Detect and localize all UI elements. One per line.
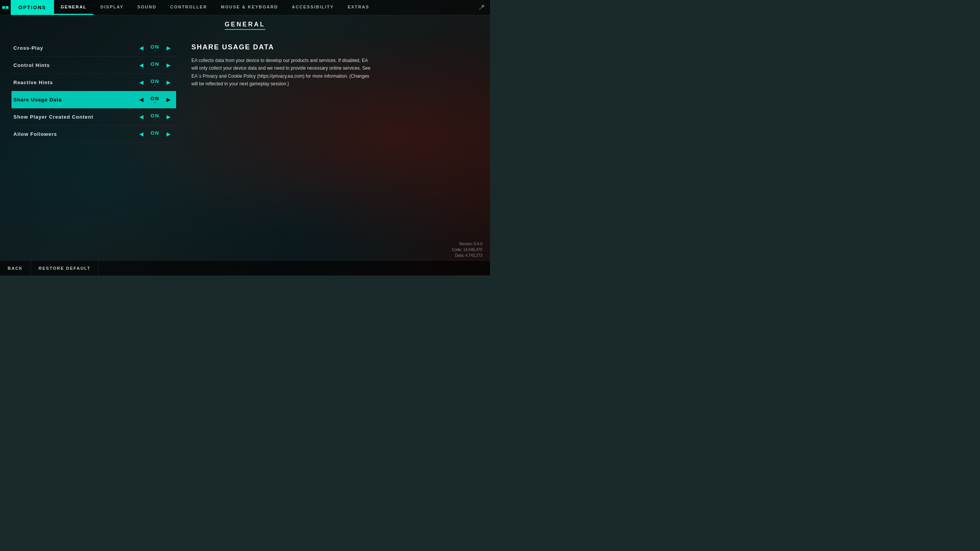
setting-arrow-left-reactive_hints[interactable] <box>138 78 145 86</box>
mic-icon: 🎤 <box>477 3 486 12</box>
main-nav: GENERALDISPLAYSOUNDCONTROLLERMOUSE & KEY… <box>54 0 473 15</box>
setting-value-show_player_created: ON <box>150 113 160 119</box>
setting-arrow-right-share_usage_data[interactable] <box>165 96 172 103</box>
setting-value-dot-control_hints <box>154 67 156 69</box>
setting-row-allow_followers[interactable]: Allow FollowersON <box>11 126 176 143</box>
setting-value-control_hints: ON <box>150 61 160 67</box>
setting-control-cross_play: ON <box>138 44 172 52</box>
version-line1: Version: 0.4.0 <box>452 241 482 247</box>
topbar-icons: 🎤 <box>473 0 490 15</box>
setting-label-show_player_created: Show Player Created Content <box>13 114 138 120</box>
page-title-bar: GENERAL <box>0 15 490 32</box>
setting-arrow-right-reactive_hints[interactable] <box>165 78 172 86</box>
setting-control-show_player_created: ON <box>138 113 172 121</box>
options-button[interactable]: OPTIONS <box>11 0 54 15</box>
nav-tab-controller[interactable]: CONTROLLER <box>163 0 214 15</box>
setting-label-reactive_hints: Reactive Hints <box>13 80 138 85</box>
setting-arrow-left-cross_play[interactable] <box>138 44 145 52</box>
setting-row-show_player_created[interactable]: Show Player Created ContentON <box>11 108 176 126</box>
setting-value-dot-allow_followers <box>154 136 156 138</box>
setting-value-box-share_usage_data: ON <box>148 96 162 103</box>
setting-value-dot-show_player_created <box>154 119 156 121</box>
setting-arrow-left-allow_followers[interactable] <box>138 130 145 138</box>
setting-arrow-left-show_player_created[interactable] <box>138 113 145 121</box>
setting-value-dot-reactive_hints <box>154 85 156 86</box>
setting-value-box-reactive_hints: ON <box>148 78 162 86</box>
setting-value-box-cross_play: ON <box>148 44 162 52</box>
setting-value-reactive_hints: ON <box>150 78 160 84</box>
topbar: OPTIONS GENERALDISPLAYSOUNDCONTROLLERMOU… <box>0 0 490 15</box>
nav-tab-display[interactable]: DISPLAY <box>93 0 131 15</box>
setting-arrow-right-control_hints[interactable] <box>165 61 172 69</box>
setting-value-share_usage_data: ON <box>150 96 160 101</box>
setting-label-cross_play: Cross-Play <box>13 45 138 51</box>
back-button[interactable]: BACK <box>0 261 31 276</box>
nav-tab-accessibility[interactable]: ACCESSIBILITY <box>285 0 341 15</box>
setting-value-box-allow_followers: ON <box>148 130 162 138</box>
setting-row-share_usage_data[interactable]: Share Usage DataON <box>11 91 176 108</box>
setting-label-control_hints: Control Hints <box>13 62 138 68</box>
setting-value-allow_followers: ON <box>150 130 160 136</box>
setting-value-box-control_hints: ON <box>148 61 162 69</box>
setting-row-control_hints[interactable]: Control HintsON <box>11 57 176 74</box>
setting-control-reactive_hints: ON <box>138 78 172 86</box>
nav-tab-sound[interactable]: SOUND <box>131 0 163 15</box>
setting-arrow-left-control_hints[interactable] <box>138 61 145 69</box>
bottombar: BACK RESTORE DEFAULT <box>0 260 490 276</box>
info-panel: SHARE USAGE DATA EA collects data from y… <box>184 39 479 260</box>
nav-tab-general[interactable]: GENERAL <box>54 0 94 15</box>
setting-value-dot-share_usage_data <box>154 102 156 103</box>
restore-default-button[interactable]: RESTORE DEFAULT <box>31 261 99 276</box>
version-line3: Data: 4,743,273 <box>452 253 482 258</box>
setting-arrow-right-allow_followers[interactable] <box>165 130 172 138</box>
page-title: GENERAL <box>225 21 265 28</box>
main-content: Cross-PlayONControl HintsONReactive Hint… <box>0 32 490 260</box>
setting-control-share_usage_data: ON <box>138 96 172 103</box>
setting-control-control_hints: ON <box>138 61 172 69</box>
version-info: Version: 0.4.0 Code: 14,046,470 Data: 4,… <box>452 241 482 258</box>
setting-control-allow_followers: ON <box>138 130 172 138</box>
nav-tab-extras[interactable]: EXTRAS <box>341 0 376 15</box>
setting-value-box-show_player_created: ON <box>148 113 162 121</box>
version-line2: Code: 14,046,470 <box>452 247 482 253</box>
setting-value-cross_play: ON <box>150 44 160 50</box>
setting-arrow-left-share_usage_data[interactable] <box>138 96 145 103</box>
settings-list: Cross-PlayONControl HintsONReactive Hint… <box>11 39 176 260</box>
logo-squares <box>0 0 11 15</box>
nav-tab-mouse_keyboard[interactable]: MOUSE & KEYBOARD <box>214 0 285 15</box>
setting-label-share_usage_data: Share Usage Data <box>13 97 138 103</box>
setting-arrow-right-cross_play[interactable] <box>165 44 172 52</box>
setting-row-cross_play[interactable]: Cross-PlayON <box>11 39 176 57</box>
info-title: SHARE USAGE DATA <box>191 43 471 51</box>
info-text: EA collects data from your device to dev… <box>191 57 375 88</box>
setting-value-dot-cross_play <box>154 50 156 52</box>
setting-row-reactive_hints[interactable]: Reactive HintsON <box>11 74 176 91</box>
setting-label-allow_followers: Allow Followers <box>13 131 138 137</box>
setting-arrow-right-show_player_created[interactable] <box>165 113 172 121</box>
